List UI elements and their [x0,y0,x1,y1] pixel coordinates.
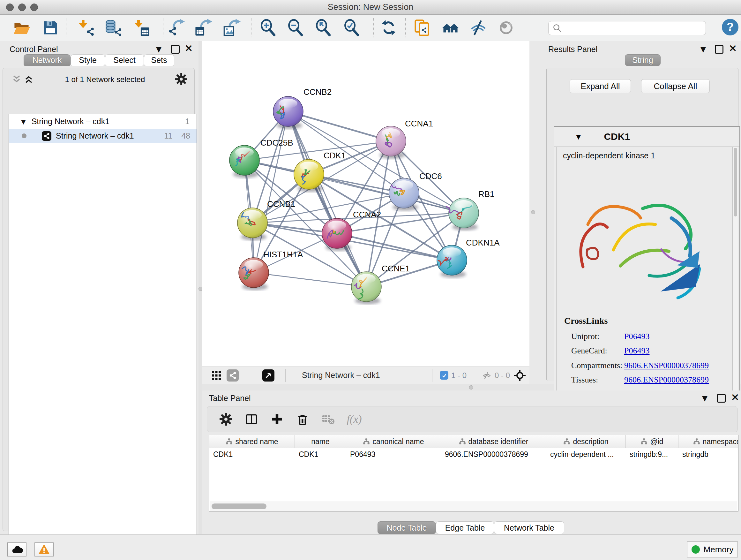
network-node-CCNB1[interactable]: CCNB1 [238,199,295,240]
table-options-button[interactable] [216,410,236,428]
crosslink-uniprot-link[interactable]: P06493 [624,332,650,341]
control-panel-float-button[interactable]: ▼ [156,45,161,53]
network-node-CDC6[interactable]: CDC6 [389,172,442,211]
node-table[interactable]: shared name name canonical name database… [209,435,738,511]
crosslink-genecard-link[interactable]: P06493 [624,346,650,356]
table-panel-close-button[interactable]: × [731,394,739,400]
tab-network-table[interactable]: Network Table [494,521,564,534]
expand-all-networks-button[interactable] [24,74,33,85]
search-field[interactable] [548,21,706,35]
network-canvas[interactable]: CCNB2CCNA1CDC25BCDK1CDC6RB1CCNB1CCNA2CDK… [202,41,529,367]
table-horizontal-scrollbar[interactable] [210,502,737,511]
column-header-description[interactable]: description [546,435,626,448]
crosslink-tissues-link[interactable]: 9606.ENSP00000378699 [624,375,709,385]
export-table-button[interactable] [193,17,213,38]
tab-string[interactable]: String [625,54,661,66]
first-neighbors-button[interactable] [440,17,461,38]
table-panel-maximize-button[interactable] [717,394,726,402]
tab-network[interactable]: Network [23,54,71,66]
cell-canonical-name[interactable]: P06493 [346,450,441,459]
network-options-button[interactable] [175,73,187,86]
scrollbar-thumb[interactable] [212,503,266,509]
zoom-out-button[interactable] [285,17,306,38]
network-node-CDK1[interactable]: CDK1 [294,151,346,192]
create-column-button[interactable] [267,410,287,428]
save-session-button[interactable] [40,17,61,38]
column-header-id[interactable]: @id [626,435,678,448]
import-table-from-file-button[interactable] [131,17,152,38]
network-node-CDKN1A[interactable]: CDKN1A [437,238,500,278]
collapse-all-networks-button[interactable] [12,74,21,85]
vertical-splitter-right[interactable] [529,41,542,384]
apply-preferred-layout-button[interactable] [379,17,399,38]
selected-checkbox-icon[interactable] [440,371,448,380]
network-graph[interactable]: CCNB2CCNA1CDC25BCDK1CDC6RB1CCNB1CCNA2CDK… [202,41,529,367]
cell-description[interactable]: cyclin-dependent ... [546,450,626,459]
table-panel-float-button[interactable]: ▼ [702,394,708,402]
cell-database-identifier[interactable]: 9606.ENSP00000378699 [441,450,546,459]
cell-id[interactable]: stringdb:9... [626,450,678,459]
vertical-splitter-left[interactable] [199,41,202,534]
expand-all-button[interactable]: Expand All [569,79,631,93]
search-input[interactable] [564,22,705,34]
column-header-database-identifier[interactable]: database identifier [441,435,546,448]
collapse-section-icon[interactable]: ▼ [576,133,581,140]
control-panel-close-button[interactable]: × [185,45,193,51]
results-panel-close-button[interactable]: × [729,45,737,51]
tab-sets[interactable]: Sets [144,54,174,66]
tab-style[interactable]: Style [71,54,105,66]
network-edge[interactable] [254,111,288,273]
cloud-status-button[interactable] [7,543,26,557]
cell-namespace[interactable]: stringdb [678,450,738,459]
cell-shared-name[interactable]: CDK1 [209,450,295,459]
network-edge[interactable] [337,233,452,260]
table-row[interactable]: CDK1 CDK1 P06493 9606.ENSP00000378699 cy… [209,448,738,460]
column-header-shared-name[interactable]: shared name [209,435,295,448]
show-columns-button[interactable] [242,410,261,428]
splitter-grip[interactable] [531,210,535,214]
export-image-button[interactable] [221,17,242,38]
tab-node-table[interactable]: Node Table [378,521,436,534]
network-view-mode-button[interactable] [226,369,239,381]
column-header-canonical-name[interactable]: canonical name [346,435,441,448]
crosslink-compartments-link[interactable]: 9606.ENSP00000378699 [624,361,709,370]
zoom-fit-button[interactable] [313,17,333,38]
network-node-CCNE1[interactable]: CCNE1 [351,264,410,304]
import-network-from-file-button[interactable] [76,17,96,38]
help-button[interactable]: ? [722,19,738,36]
grid-mode-button[interactable] [211,370,221,382]
memory-button[interactable]: Memory [687,542,738,557]
fit-selected-button[interactable] [514,369,526,383]
cell-name[interactable]: CDK1 [295,450,346,459]
network-collection-row[interactable]: ▼ String Network – cdk1 1 [9,114,197,129]
export-network-button[interactable] [165,17,186,38]
network-edge[interactable] [288,111,391,141]
protein-card-header[interactable]: ▼ CDK1 [554,127,739,147]
import-network-from-database-button[interactable] [103,17,124,38]
birdseye-view-button[interactable] [262,369,274,381]
control-panel-maximize-button[interactable] [171,45,180,54]
collapse-all-button[interactable]: Collapse All [641,79,710,93]
zoom-in-button[interactable] [258,17,278,38]
zoom-selected-button[interactable] [341,17,362,38]
network-node-CCNB2[interactable]: CCNB2 [273,87,332,129]
tab-select[interactable]: Select [105,54,144,66]
results-scrollbar[interactable] [733,147,738,393]
splitter-grip[interactable] [469,385,473,389]
tree-expander-icon[interactable]: ▼ [21,118,26,125]
results-panel-float-button[interactable]: ▼ [700,45,706,53]
column-header-name[interactable]: name [295,435,346,448]
show-all-button[interactable] [496,17,516,38]
open-session-button[interactable] [11,17,32,38]
network-node-HIST1H1A[interactable]: HIST1H1A [239,250,303,290]
network-edge[interactable] [254,273,366,287]
network-row-selected[interactable]: String Network – cdk1 11 48 [9,129,197,143]
network-node-CCNA1[interactable]: CCNA1 [376,119,433,159]
network-node-RB1[interactable]: RB1 [447,189,495,231]
delete-columns-button[interactable] [293,410,313,428]
scrollbar-thumb[interactable] [734,148,737,216]
results-panel-maximize-button[interactable] [715,45,724,54]
tab-edge-table[interactable]: Edge Table [436,521,494,534]
network-edge[interactable] [288,111,366,287]
column-header-namespace[interactable]: namespace [678,435,738,448]
